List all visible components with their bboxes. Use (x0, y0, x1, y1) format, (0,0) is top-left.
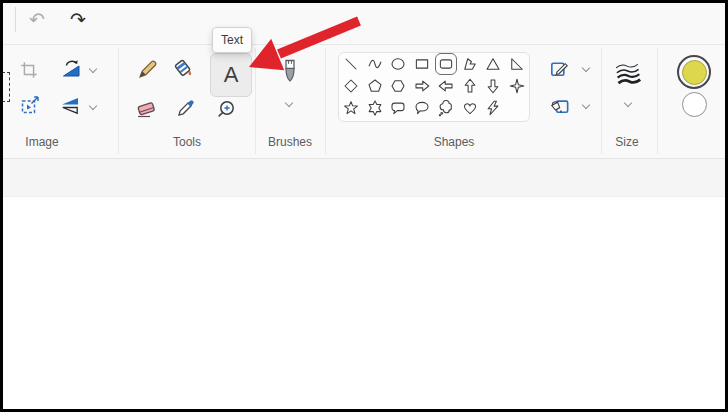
rectangle-icon (413, 55, 431, 73)
undo-icon: ↶ (29, 8, 45, 31)
size-dropdown-chevron[interactable] (624, 100, 632, 108)
shape-rounded-rectangle[interactable] (435, 53, 457, 75)
pencil-icon (135, 58, 159, 82)
rotate-icon (59, 57, 83, 81)
lightning-icon (484, 99, 502, 117)
crop-icon (18, 59, 40, 81)
paint-window: ↶ ↷ Image (0, 0, 728, 412)
polygon-icon (461, 55, 479, 73)
shapes-group-label: Shapes (414, 135, 494, 149)
speech-rounded-icon (389, 99, 407, 117)
resize-icon (18, 93, 42, 117)
shape-arrow-left[interactable] (435, 75, 457, 97)
pencil-button[interactable] (132, 55, 162, 85)
annotation-arrow (245, 13, 367, 75)
fill-color-button[interactable] (167, 53, 197, 83)
shape-star-four[interactable] (506, 75, 528, 97)
redo-button[interactable]: ↷ (64, 5, 92, 33)
ribbon-canvas-gap (0, 158, 728, 196)
size-group-label: Size (587, 135, 667, 149)
select-button[interactable] (0, 72, 10, 102)
flip-icon (58, 94, 82, 118)
arrow-left-icon (437, 77, 455, 95)
shape-speech-cloud[interactable] (435, 97, 457, 119)
shape-speech-oval[interactable] (411, 97, 433, 119)
magnifier-icon (215, 98, 239, 122)
eraser-icon (134, 96, 158, 120)
size-button[interactable] (612, 58, 644, 88)
rotate-dropdown-chevron[interactable] (89, 66, 97, 74)
arrow-right-icon (413, 77, 431, 95)
speech-oval-icon (413, 99, 431, 117)
shape-polygon[interactable] (459, 53, 481, 75)
crop-button[interactable] (14, 55, 44, 85)
shape-speech-rounded[interactable] (387, 97, 409, 119)
line-size-icon (613, 60, 643, 86)
shape-arrow-down[interactable] (482, 75, 504, 97)
shape-pentagon[interactable] (364, 75, 386, 97)
image-group-label: Image (2, 135, 82, 149)
shape-heart[interactable] (459, 97, 481, 119)
right-triangle-icon (508, 55, 526, 73)
star-five-icon (342, 99, 360, 117)
shape-fill-button[interactable] (546, 92, 572, 118)
magnifier-button[interactable] (212, 95, 242, 125)
shape-star-six[interactable] (364, 97, 386, 119)
eraser-button[interactable] (131, 93, 161, 123)
curve-icon (366, 55, 384, 73)
brushes-dropdown-chevron[interactable] (285, 100, 293, 108)
shape-oval[interactable] (387, 53, 409, 75)
arrow-down-icon (484, 77, 502, 95)
primary-color-dot (682, 60, 707, 85)
secondary-color-swatch[interactable] (682, 92, 707, 117)
shape-fill-icon (548, 94, 571, 117)
topbar-divider (15, 7, 16, 32)
color-picker-button[interactable] (172, 92, 202, 122)
oval-icon (389, 55, 407, 73)
triangle-icon (484, 55, 502, 73)
speech-cloud-icon (437, 99, 455, 117)
resize-button[interactable] (15, 90, 45, 120)
redo-icon: ↷ (70, 8, 86, 31)
diamond-icon (342, 77, 360, 95)
shape-lightning[interactable] (482, 97, 504, 119)
shape-fill-chevron[interactable] (582, 102, 590, 110)
pentagon-icon (366, 77, 384, 95)
shape-rectangle[interactable] (411, 53, 433, 75)
brushes-group-label: Brushes (250, 135, 330, 149)
undo-button[interactable]: ↶ (23, 5, 51, 33)
shape-right-triangle[interactable] (506, 53, 528, 75)
shape-hexagon[interactable] (387, 75, 409, 97)
canvas[interactable] (0, 196, 728, 412)
star-six-icon (366, 99, 384, 117)
star-four-icon (508, 77, 526, 95)
shape-diamond[interactable] (340, 75, 362, 97)
shape-outline-button[interactable] (546, 55, 572, 81)
primary-color-swatch[interactable] (677, 55, 711, 89)
text-tool-icon: A (224, 62, 239, 88)
shape-star-five[interactable] (340, 97, 362, 119)
shape-arrow-up[interactable] (459, 75, 481, 97)
tools-group-label: Tools (147, 135, 227, 149)
flip-dropdown-chevron[interactable] (89, 103, 97, 111)
color-picker-icon (175, 95, 199, 119)
fill-color-icon (169, 55, 195, 81)
shape-arrow-right[interactable] (411, 75, 433, 97)
rotate-button[interactable] (56, 54, 86, 84)
shape-outline-icon (548, 57, 571, 80)
hexagon-icon (389, 77, 407, 95)
rounded-rectangle-icon (437, 55, 455, 73)
tooltip-text: Text (221, 33, 243, 47)
arrow-up-icon (461, 77, 479, 95)
flip-button[interactable] (55, 91, 85, 121)
shape-outline-chevron[interactable] (582, 65, 590, 73)
shape-triangle[interactable] (482, 53, 504, 75)
heart-icon (461, 99, 479, 117)
section-divider (118, 48, 119, 154)
